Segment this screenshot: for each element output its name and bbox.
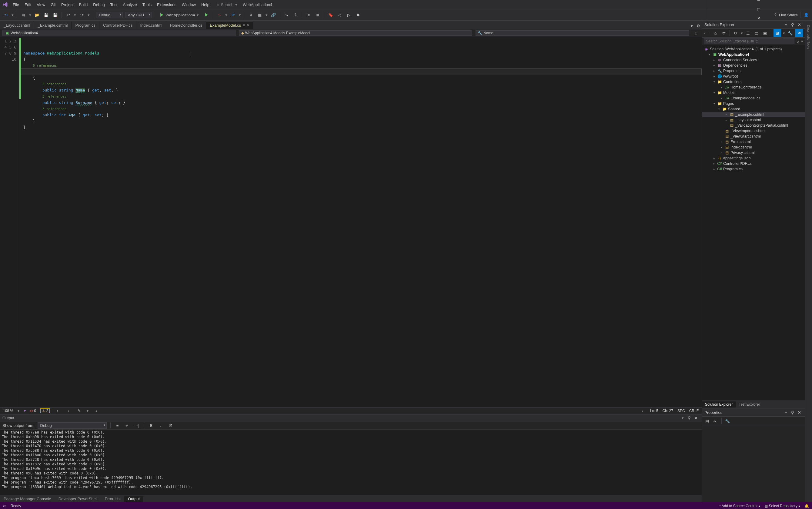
menu-view[interactable]: View [34,1,47,8]
solexp-filter-icon[interactable]: ☰ [745,30,751,36]
solexp-back-icon[interactable]: ⟵ [704,30,711,36]
select-repo-button[interactable]: ▥ Select Repository ▴ [765,504,800,508]
tab-index[interactable]: Index.cshtml [136,22,166,29]
output-close-icon[interactable]: ✕ [692,414,699,421]
step-into-icon[interactable]: ↘ [283,11,290,18]
indent-indicator[interactable]: SPC [677,409,685,413]
split-editor-icon[interactable]: ⊞ [692,30,699,36]
save-all-icon[interactable]: 💾 [52,11,59,18]
menu-test[interactable]: Test [108,1,120,8]
solexp-home-icon[interactable]: ⌂ [712,30,719,36]
health-icon[interactable]: ♥ [24,409,26,413]
notifications-icon[interactable]: 🔔 [805,504,809,508]
props-close-icon[interactable]: ✕ [796,409,803,416]
link-icon[interactable]: 🔗 [270,11,277,18]
alpha-icon[interactable]: A↓ [712,417,719,424]
line-indicator[interactable]: Ln: 5 [650,409,658,413]
solexp-preview-icon[interactable]: 👁 [795,29,803,37]
hot-reload-icon[interactable]: ♨ [216,11,223,18]
tree-pages[interactable]: ▾📁Pages [702,101,805,106]
redo-icon[interactable]: ↷ [78,11,85,18]
menu-tools[interactable]: Tools [140,1,154,8]
tree-layout-cshtml[interactable]: ▸▤_Layout.cshtml [702,117,805,123]
bottomtab-output[interactable]: Output [124,496,143,502]
autoscroll-icon[interactable]: ↓ [158,422,164,429]
step-over-icon[interactable]: ⤵ [292,11,299,18]
tree-controllers[interactable]: ▾📁Controllers [702,79,805,84]
close-tab-icon[interactable]: ✕ [247,23,250,27]
pin-icon[interactable]: ⚲ [243,24,245,27]
tree-controllerpdf[interactable]: ▸C#ControllerPDF.cs [702,161,805,166]
tree-examplemodel[interactable]: ▸C#ExampleModel.cs [702,96,805,101]
solexp-pin-icon[interactable]: ⚲ [789,21,796,28]
search-box[interactable]: ⌕ Search ▾ [217,2,237,7]
tree-wwwroot[interactable]: ▸🌐wwwroot [702,74,805,79]
tab-example[interactable]: _Example.cshtml [34,22,71,29]
clear-bookmarks-icon[interactable]: ✖ [355,11,361,18]
error-count[interactable]: ⊘ 0 [30,409,36,413]
toggle-wrap-icon[interactable]: ↵ [124,422,131,429]
tab-overflow-icon[interactable]: ▾ [688,23,695,29]
tree-project[interactable]: ▾▣WebApplication4 [702,52,805,57]
tree-viewstart[interactable]: ▤_ViewStart.cshtml [702,134,805,139]
menu-file[interactable]: File [10,1,22,8]
tree-solution[interactable]: ◉Solution 'WebApplication4' (1 of 1 proj… [702,46,805,52]
tree-index[interactable]: ▸▤Index.cshtml [702,144,805,150]
tab-homecontroller[interactable]: HomeController.cs [166,22,206,29]
next-bookmark-icon[interactable]: ▷ [346,11,352,18]
warning-count[interactable]: ⚠ 2 [40,408,50,413]
indent-icon[interactable]: →| [134,422,140,429]
tree-example-cshtml[interactable]: ▸▤_Example.cshtml [702,112,805,117]
bottomtab-pmc[interactable]: Package Manager Console [0,496,55,502]
clear-all-icon[interactable]: ✖ [148,422,155,429]
timestamp-icon[interactable]: ⏱ [167,422,174,429]
menu-extensions[interactable]: Extensions [155,1,179,8]
tree-models[interactable]: ▾📁Models [702,90,805,96]
solexp-views-icon[interactable]: ▾ [783,21,789,28]
tree-viewimports[interactable]: ▤_ViewImports.cshtml [702,128,805,134]
add-source-control-button[interactable]: ↑ Add to Source Control ▴ [719,504,760,508]
menu-build[interactable]: Build [76,1,90,8]
menu-debug[interactable]: Debug [91,1,107,8]
tree-properties[interactable]: ▸🔧Properties [702,68,805,74]
save-icon[interactable]: 💾 [43,11,50,18]
tab-program[interactable]: Program.cs [71,22,99,29]
output-dropdown-icon[interactable]: ▾ [679,414,686,421]
tree-program[interactable]: ▸C#Program.cs [702,166,805,172]
menu-git[interactable]: Git [48,1,58,8]
menu-window[interactable]: Window [180,1,198,8]
clear-output-icon[interactable]: ≡ [114,422,121,429]
tree-appsettings[interactable]: ▸{}appsettings.json [702,156,805,161]
solexp-sync-icon[interactable]: ⇄ [721,30,727,36]
tree-privacy[interactable]: ▸▤Privacy.cshtml [702,150,805,156]
bottomtab-powershell[interactable]: Developer PowerShell [55,496,101,502]
output-body[interactable]: The thread 0x77a8 has exited with code 0… [0,430,702,495]
platform-dropdown[interactable]: Any CPU [125,12,152,18]
nav-member-dropdown[interactable]: 🔧 Name [476,30,689,36]
solution-tree[interactable]: ◉Solution 'WebApplication4' (1 of 1 proj… [702,45,805,401]
output-source-dropdown[interactable]: Debug [38,422,107,429]
categorized-icon[interactable]: ▤ [704,417,711,424]
tree-dependencies[interactable]: ▸⊞Dependencies [702,63,805,68]
start-without-debug-icon[interactable] [203,11,210,18]
output-pin-icon[interactable]: ⚲ [686,414,692,421]
uncomment-icon[interactable]: ≣ [314,11,321,18]
tab-layout[interactable]: _Layout.cshtml [0,22,34,29]
refresh-icon[interactable]: ⟳ [230,11,236,18]
solexp-wrench-icon[interactable]: 🔧 [787,30,793,36]
solexp-refresh-icon[interactable]: ⟳ [732,30,739,36]
back-nav-icon[interactable]: ⟲ [2,11,9,18]
maximize-button[interactable]: ▢ [754,6,763,12]
config-dropdown[interactable]: Debug [96,12,123,18]
new-item-icon[interactable]: ▤ [20,11,27,18]
props-pin-icon[interactable]: ⚲ [789,409,796,416]
nav-project-dropdown[interactable]: ▣ WebApplication4 [2,30,235,36]
close-button[interactable]: ✕ [754,15,763,21]
solexp-close-icon[interactable]: ✕ [796,21,803,28]
tree-validation[interactable]: ▤_ValidationScriptsPartial.cshtml [702,123,805,128]
prev-bookmark-icon[interactable]: ◁ [336,11,343,18]
tree-shared[interactable]: ▾📁Shared [702,106,805,112]
props-dropdown-icon[interactable]: ▾ [783,409,789,416]
lineending-indicator[interactable]: CRLF [689,409,699,413]
vtab-diagnostic[interactable]: Diagnostic Tools [806,23,811,52]
